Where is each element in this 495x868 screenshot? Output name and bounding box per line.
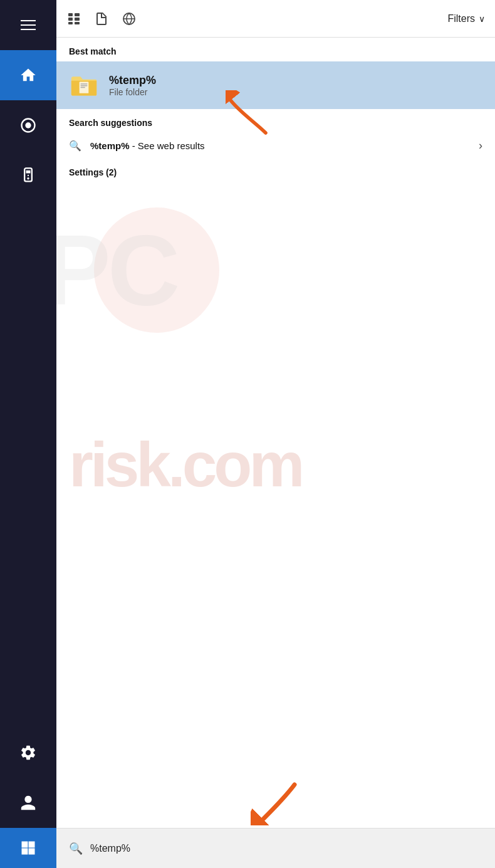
toolbar: Filters ∨: [56, 0, 495, 38]
sidebar-item-home[interactable]: [0, 50, 56, 100]
best-match-type: File folder: [109, 87, 156, 97]
circle-icon: [19, 117, 37, 134]
hamburger-button[interactable]: [0, 0, 56, 50]
filters-button[interactable]: Filters ∨: [447, 13, 485, 24]
chevron-right-icon: ›: [479, 139, 482, 152]
sidebar-item-user[interactable]: [0, 778, 56, 828]
best-match-text: %temp% File folder: [109, 74, 156, 97]
svg-rect-3: [26, 170, 31, 174]
svg-point-5: [28, 175, 29, 176]
folder-icon: [70, 71, 98, 99]
watermark-circle: [94, 207, 219, 333]
sidebar-item-remote[interactable]: [0, 150, 56, 201]
search-input[interactable]: [90, 843, 482, 854]
suggestion-item-web[interactable]: 🔍 %temp% - See web results ›: [56, 133, 495, 159]
best-match-name: %temp%: [109, 74, 156, 87]
chevron-down-icon: ∨: [479, 14, 485, 24]
svg-rect-10: [75, 18, 80, 21]
sidebar-item-cortana[interactable]: [0, 100, 56, 150]
sidebar: [0, 0, 56, 868]
svg-rect-7: [68, 18, 73, 21]
grid-view-button[interactable]: [66, 11, 81, 26]
search-suggestions-label: Search suggestions: [56, 109, 495, 133]
svg-rect-9: [75, 13, 80, 16]
watermark-area: PC risk.com: [56, 182, 495, 558]
gear-icon: [19, 744, 37, 761]
search-icon-small: 🔍: [69, 140, 81, 152]
filters-label: Filters: [447, 13, 475, 24]
user-icon: [19, 794, 37, 812]
hamburger-icon: [21, 20, 36, 30]
best-match-item[interactable]: %temp% File folder: [56, 61, 495, 109]
windows-start-button[interactable]: [0, 828, 56, 868]
document-icon: [94, 11, 109, 26]
suggestion-text: %temp% - See web results: [90, 140, 470, 151]
svg-rect-15: [81, 85, 88, 86]
globe-icon: [122, 11, 137, 26]
svg-rect-6: [68, 13, 73, 16]
settings-section-label: Settings (2): [56, 159, 495, 182]
search-bar-container: 🔍: [56, 828, 495, 868]
document-view-button[interactable]: [94, 11, 109, 26]
best-match-label: Best match: [56, 38, 495, 61]
svg-point-4: [27, 177, 29, 180]
results-area: Best match %temp% File folder: [56, 38, 495, 828]
svg-rect-11: [75, 22, 80, 24]
svg-rect-14: [81, 83, 88, 84]
svg-point-1: [25, 122, 31, 128]
windows-icon: [19, 839, 37, 857]
svg-rect-8: [68, 22, 73, 24]
svg-rect-16: [81, 87, 85, 88]
watermark-text-risk: risk.com: [69, 433, 301, 496]
remote-icon: [19, 167, 37, 184]
folder-icon-wrap: [69, 70, 99, 100]
home-icon: [19, 66, 37, 84]
search-icon: 🔍: [69, 842, 83, 855]
sidebar-item-settings[interactable]: [0, 728, 56, 778]
grid-icon: [66, 11, 81, 26]
suggestion-suffix: - See web results: [130, 140, 205, 151]
web-view-button[interactable]: [122, 11, 137, 26]
search-bar: 🔍: [56, 828, 495, 868]
main-panel: Filters ∨ Best match %temp%: [56, 0, 495, 868]
suggestion-query: %temp%: [90, 140, 130, 151]
